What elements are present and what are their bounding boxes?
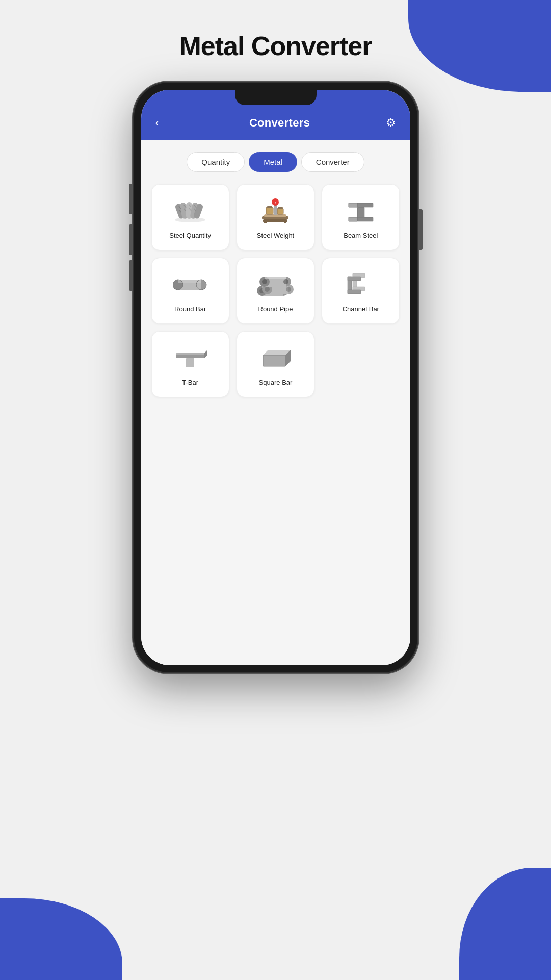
phone-screen: ‹ Converters ⚙ Quantity Metal Converter bbox=[141, 90, 410, 665]
steel-weight-label: Steel Weight bbox=[257, 232, 294, 240]
page-wrapper: Metal Converter ‹ Converters ⚙ Quantity … bbox=[0, 0, 551, 673]
svg-rect-64 bbox=[176, 353, 204, 355]
tab-metal[interactable]: Metal bbox=[249, 152, 297, 172]
round-pipe-icon bbox=[257, 270, 294, 299]
svg-marker-29 bbox=[349, 203, 357, 207]
svg-rect-16 bbox=[264, 220, 267, 223]
grid-item-beam-steel[interactable]: Beam Steel bbox=[322, 184, 400, 250]
tab-bar: Quantity Metal Converter bbox=[151, 152, 400, 172]
blob-bottom-left bbox=[0, 898, 122, 980]
svg-point-53 bbox=[283, 279, 288, 284]
svg-text:!: ! bbox=[275, 200, 276, 205]
steel-quantity-label: Steel Quantity bbox=[169, 232, 211, 240]
grid-item-steel-quantity[interactable]: Steel Quantity bbox=[151, 184, 229, 250]
tab-converter[interactable]: Converter bbox=[301, 152, 364, 172]
steel-weight-icon: ! bbox=[257, 197, 294, 225]
svg-rect-54 bbox=[265, 277, 286, 279]
steel-quantity-icon bbox=[172, 197, 208, 225]
grid-item-steel-weight[interactable]: ! Steel Weight bbox=[237, 184, 314, 250]
svg-point-47 bbox=[286, 287, 291, 292]
svg-marker-30 bbox=[349, 217, 357, 221]
items-grid: Steel Quantity bbox=[151, 184, 400, 397]
svg-point-52 bbox=[262, 279, 267, 284]
tab-quantity[interactable]: Quantity bbox=[187, 152, 245, 172]
svg-point-46 bbox=[265, 287, 270, 292]
svg-rect-22 bbox=[266, 207, 273, 214]
blob-bottom-right bbox=[459, 868, 551, 980]
square-bar-icon bbox=[257, 344, 294, 372]
back-button[interactable]: ‹ bbox=[155, 116, 174, 130]
beam-steel-label: Beam Steel bbox=[344, 232, 378, 240]
svg-rect-25 bbox=[278, 207, 283, 209]
round-bar-icon bbox=[172, 270, 208, 299]
svg-rect-15 bbox=[263, 219, 287, 222]
beam-steel-icon bbox=[343, 197, 379, 225]
svg-rect-23 bbox=[267, 206, 272, 208]
phone-notch bbox=[235, 90, 317, 105]
grid-item-round-bar[interactable]: Round Bar bbox=[151, 258, 229, 324]
settings-icon[interactable]: ⚙ bbox=[386, 116, 396, 130]
channel-bar-label: Channel Bar bbox=[343, 305, 379, 314]
page-title: Metal Converter bbox=[179, 31, 372, 61]
grid-item-square-bar[interactable]: Square Bar bbox=[237, 331, 314, 397]
svg-marker-63 bbox=[204, 350, 207, 358]
svg-rect-24 bbox=[277, 208, 283, 214]
square-bar-label: Square Bar bbox=[259, 379, 293, 387]
main-content: Quantity Metal Converter bbox=[141, 140, 410, 665]
svg-rect-60 bbox=[348, 290, 361, 294]
grid-item-round-pipe[interactable]: Round Pipe bbox=[237, 258, 314, 324]
svg-rect-62 bbox=[186, 358, 194, 367]
round-bar-label: Round Bar bbox=[174, 305, 206, 314]
t-bar-icon bbox=[172, 344, 208, 372]
t-bar-label: T-Bar bbox=[182, 379, 198, 387]
header-title: Converters bbox=[249, 116, 310, 130]
svg-rect-17 bbox=[284, 220, 286, 223]
svg-rect-65 bbox=[263, 355, 285, 366]
phone-frame: ‹ Converters ⚙ Quantity Metal Converter bbox=[133, 82, 418, 673]
svg-rect-27 bbox=[357, 207, 364, 217]
round-pipe-label: Round Pipe bbox=[258, 305, 293, 314]
svg-rect-59 bbox=[348, 277, 361, 281]
grid-item-channel-bar[interactable]: Channel Bar bbox=[322, 258, 400, 324]
grid-item-t-bar[interactable]: T-Bar bbox=[151, 331, 229, 397]
channel-bar-icon bbox=[343, 270, 379, 299]
